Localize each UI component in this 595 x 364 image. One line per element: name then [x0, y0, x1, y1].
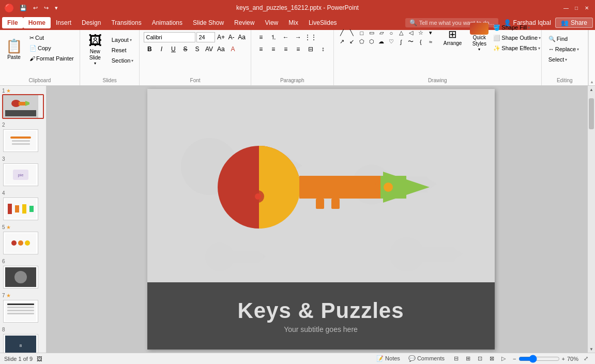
menu-insert[interactable]: Insert: [51, 17, 77, 28]
shape-snip[interactable]: ▱: [377, 29, 386, 37]
cut-button[interactable]: ✂Cut: [27, 33, 77, 42]
slide-thumb-8[interactable]: 8 8: [2, 327, 44, 353]
redo-btn[interactable]: ↪: [42, 4, 51, 12]
shape-cloud[interactable]: ☁: [377, 38, 386, 46]
menu-mix[interactable]: Mix: [283, 17, 303, 28]
outline-view-btn[interactable]: ⊞: [463, 355, 473, 363]
format-painter-button[interactable]: 🖌Format Painter: [27, 54, 77, 63]
slide-thumb-1[interactable]: 1★: [2, 88, 44, 119]
customize-btn[interactable]: ▾: [53, 4, 60, 12]
save-btn[interactable]: 💾: [18, 4, 29, 12]
align-left-btn[interactable]: ≡: [255, 44, 267, 54]
shape-rect[interactable]: □: [358, 29, 366, 37]
decrease-indent-btn[interactable]: ←: [280, 32, 292, 42]
shape-line2[interactable]: ╲: [348, 29, 356, 37]
slide-thumb-6[interactable]: 6: [2, 259, 44, 290]
zoom-in-btn[interactable]: +: [562, 356, 565, 362]
new-slide-button[interactable]: 🖼 NewSlide ▾: [83, 33, 107, 65]
shape-effects-button[interactable]: ✨Shape Effects ▾: [491, 43, 543, 53]
vertical-scrollbar[interactable]: ▲ ▼: [588, 86, 595, 353]
scroll-up-btn[interactable]: ▲: [588, 86, 595, 93]
increase-font-btn[interactable]: A+: [216, 32, 225, 42]
share-btn[interactable]: 👥 Share: [555, 18, 593, 28]
comments-btn[interactable]: 💬 Comments: [406, 355, 447, 362]
shape-star[interactable]: ☆: [417, 29, 425, 37]
shapes-more[interactable]: ▾: [426, 29, 435, 37]
font-size-input[interactable]: [196, 32, 215, 42]
scroll-down-btn[interactable]: ▼: [588, 345, 595, 353]
slide-thumb-7[interactable]: 7★: [2, 293, 44, 324]
increase-indent-btn[interactable]: →: [293, 32, 304, 42]
shape-hex[interactable]: ⬡: [368, 38, 376, 46]
zoom-out-btn[interactable]: −: [513, 356, 516, 362]
ribbon-collapse-btn[interactable]: ▲: [589, 80, 595, 84]
fit-window-btn[interactable]: ⤢: [581, 355, 591, 363]
clear-format-btn[interactable]: Aa: [237, 32, 247, 42]
line-spacing-btn[interactable]: ↕: [317, 44, 329, 54]
align-right-btn[interactable]: ≡: [280, 44, 292, 54]
shape-freeform[interactable]: 〜: [407, 38, 415, 46]
shape-fill-button[interactable]: 🪣Shape Fill ▾: [491, 23, 543, 32]
find-button[interactable]: 🔍Find: [546, 34, 584, 43]
minimize-btn[interactable]: —: [562, 4, 570, 12]
bullets-btn[interactable]: ≡: [255, 32, 267, 42]
font-name-input[interactable]: [144, 32, 195, 42]
shape-pent[interactable]: ⬠: [358, 38, 366, 46]
shape-heart[interactable]: ♡: [387, 38, 395, 46]
menu-animations[interactable]: Animations: [147, 17, 188, 28]
numbering-btn[interactable]: ⒈: [268, 32, 279, 42]
shape-tri[interactable]: △: [397, 29, 405, 37]
slideshow-view-btn[interactable]: ▷: [498, 355, 509, 363]
quick-styles-button[interactable]: QuickStyles ▾: [469, 22, 489, 52]
shape-rtri[interactable]: ◁: [407, 29, 415, 37]
notes-btn[interactable]: 📝 Notes: [374, 355, 402, 362]
bold-btn[interactable]: B: [144, 44, 155, 54]
font-size-alt-btn[interactable]: Aa: [215, 44, 226, 54]
section-button[interactable]: Section ▾: [109, 56, 136, 65]
maximize-btn[interactable]: □: [572, 4, 581, 12]
zoom-slider[interactable]: [518, 355, 560, 363]
normal-view-btn[interactable]: ⊟: [451, 355, 461, 363]
menu-file[interactable]: File: [2, 17, 23, 28]
copy-button[interactable]: 📄Copy: [27, 43, 77, 53]
shape-arrow1[interactable]: ↗: [338, 38, 346, 46]
slide-canvas[interactable]: Keys & Puzzles Your subtitle goes here: [147, 89, 495, 350]
menu-view[interactable]: View: [260, 17, 283, 28]
font-color-btn[interactable]: A: [227, 44, 238, 54]
menu-home[interactable]: Home: [23, 17, 51, 28]
slide-thumb-2[interactable]: 2: [2, 122, 44, 153]
menu-review[interactable]: Review: [229, 17, 260, 28]
reading-view-btn[interactable]: ⊠: [486, 355, 497, 363]
italic-btn[interactable]: I: [156, 44, 167, 54]
shape-bracket[interactable]: {: [417, 38, 425, 46]
char-spacing-btn[interactable]: AV: [203, 44, 215, 54]
underline-btn[interactable]: U: [167, 44, 179, 54]
decrease-font-btn[interactable]: A-: [227, 32, 236, 42]
scroll-thumb[interactable]: [589, 98, 594, 129]
shape-arrow2[interactable]: ↙: [348, 38, 356, 46]
layout-button[interactable]: Layout ▾: [109, 35, 136, 44]
strikethrough-btn[interactable]: S: [179, 44, 191, 54]
paste-button[interactable]: 📋 Paste: [3, 33, 25, 65]
shape-outline-button[interactable]: ⬜Shape Outline ▾: [491, 33, 543, 42]
slide-thumb-5[interactable]: 5★: [2, 224, 44, 255]
smartart-btn[interactable]: ⋮⋮: [305, 32, 316, 42]
slide-thumb-3[interactable]: 3 pie: [2, 156, 44, 187]
shape-line[interactable]: ╱: [338, 29, 346, 37]
slide-thumb-4[interactable]: 4: [2, 190, 44, 221]
menu-transitions[interactable]: Transitions: [106, 17, 146, 28]
shape-curve[interactable]: ∫: [397, 38, 405, 46]
columns-btn[interactable]: ⊟: [305, 44, 316, 54]
undo-btn[interactable]: ↩: [31, 4, 40, 12]
close-btn[interactable]: ✕: [583, 4, 591, 12]
arrange-button[interactable]: ⊞ Arrange: [443, 22, 463, 52]
menu-liveslides[interactable]: LiveSlides: [303, 17, 342, 28]
menu-slideshow[interactable]: Slide Show: [188, 17, 229, 28]
shape-oval[interactable]: ○: [387, 29, 395, 37]
menu-design[interactable]: Design: [77, 17, 106, 28]
align-center-btn[interactable]: ≡: [268, 44, 279, 54]
shadow-btn[interactable]: S: [191, 44, 203, 54]
shape-wave[interactable]: ≈: [426, 38, 435, 46]
replace-button[interactable]: ↔Replace ▾: [546, 44, 584, 54]
justify-btn[interactable]: ≡: [293, 44, 304, 54]
